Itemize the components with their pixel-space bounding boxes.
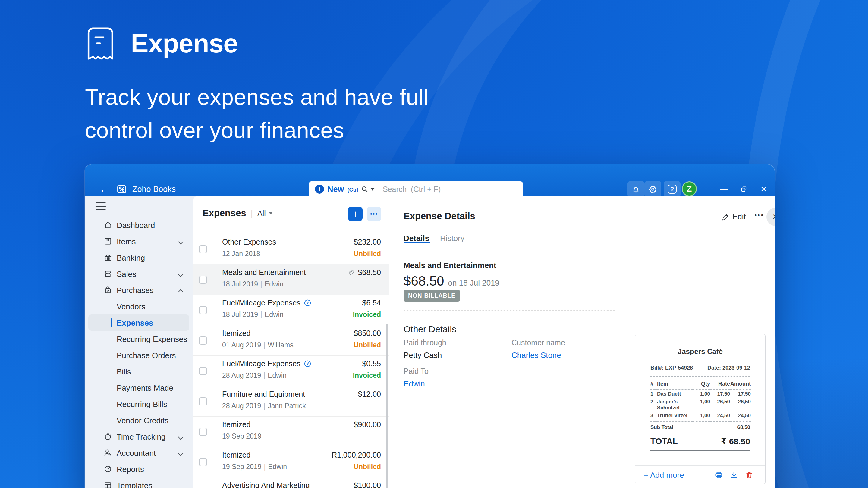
close-icon: ✕ — [772, 213, 775, 222]
sidebar-item-dashboard[interactable]: Dashboard — [85, 217, 193, 233]
field-paid-through: Paid throughPetty Cash — [404, 338, 446, 360]
sidebar-item-label: Banking — [117, 253, 145, 263]
receipt-col-qty: Qty — [692, 379, 710, 390]
expense-row[interactable]: Itemized19 Sep 2019|EdwinR1,000,200.00Un… — [193, 447, 389, 478]
tagline-line2: control over your finances — [85, 118, 344, 143]
field-label: Paid through — [404, 338, 446, 347]
print-button[interactable] — [714, 470, 723, 480]
sidebar-item-label: Expenses — [117, 318, 153, 328]
expense-amount: $850.00 — [354, 329, 381, 338]
expense-rows: Other Expenses12 Jan 2018$232.00Unbilled… — [193, 234, 389, 488]
help-button[interactable]: ? — [664, 181, 681, 198]
back-arrow-icon[interactable]: ← — [97, 182, 112, 196]
sidebar-item-templates[interactable]: Templates — [85, 477, 193, 488]
field-value[interactable]: Edwin — [404, 379, 429, 389]
close-icon: ✕ — [761, 185, 767, 194]
row-checkbox[interactable] — [199, 275, 207, 284]
restore-button[interactable] — [737, 183, 750, 196]
row-checkbox[interactable] — [199, 458, 207, 466]
expense-category: Meals and Entertainment — [404, 261, 496, 270]
sidebar-item-label: Items — [117, 237, 136, 247]
sidebar-item-label: Recurring Bills — [117, 400, 167, 409]
expense-amount: $900.00 — [354, 420, 381, 429]
chevron-down-icon — [178, 239, 183, 244]
sidebar-item-label: Accountant — [117, 449, 156, 458]
settings-button[interactable] — [644, 181, 661, 198]
field-value: Petty Cash — [404, 351, 446, 360]
sidebar-item-reports[interactable]: Reports — [85, 461, 193, 477]
sidebar-item-label: Bills — [117, 367, 131, 377]
hamburger-menu-icon[interactable] — [96, 202, 106, 210]
sidebar-item-purchases[interactable]: Purchases — [85, 282, 193, 298]
row-checkbox[interactable] — [199, 428, 207, 436]
list-more-button[interactable]: ••• — [367, 207, 381, 221]
row-checkbox[interactable] — [199, 245, 207, 253]
close-button[interactable]: ✕ — [757, 183, 770, 196]
subtotal-value: 68,50 — [737, 424, 750, 430]
expense-row[interactable]: Itemized19 Sep 2019$900.00 — [193, 417, 389, 447]
minimize-icon — [720, 189, 728, 190]
new-button-label: New — [327, 185, 344, 194]
list-scrollbar[interactable] — [386, 324, 388, 488]
search-scope-button[interactable] — [359, 181, 377, 197]
expense-name: Advertising And Marketing — [222, 481, 310, 488]
status-badge: Unbilled — [353, 341, 381, 349]
add-more-link[interactable]: + Add more — [644, 470, 684, 480]
expense-row[interactable]: Fuel/Mileage Expenses28 Aug 2019|Edwin$0… — [193, 356, 389, 386]
home-icon — [103, 221, 113, 230]
sidebar-item-items[interactable]: Items — [85, 233, 193, 250]
trash-icon — [745, 470, 754, 480]
status-badge: Unbilled — [353, 463, 381, 471]
download-button[interactable] — [730, 470, 738, 480]
sidebar-item-payments-made[interactable]: Payments Made — [85, 380, 193, 396]
expense-name: Fuel/Mileage Expenses — [222, 359, 312, 368]
details-close-button[interactable]: ✕ — [767, 208, 775, 226]
row-checkbox[interactable] — [199, 306, 207, 314]
sidebar-item-vendors[interactable]: Vendors — [85, 298, 193, 315]
delete-button[interactable] — [745, 470, 754, 480]
sidebar-item-sales[interactable]: Sales — [85, 266, 193, 282]
help-icon: ? — [668, 185, 677, 194]
sidebar-item-vendor-credits[interactable]: Vendor Credits — [85, 412, 193, 428]
user-avatar[interactable]: Z — [682, 181, 697, 196]
sidebar-item-accountant[interactable]: Accountant — [85, 445, 193, 461]
minimize-button[interactable] — [717, 183, 731, 196]
details-more-button[interactable]: ••• — [755, 212, 764, 219]
receipt-col-item: Item — [657, 379, 692, 390]
sidebar-item-expenses[interactable]: Expenses — [88, 315, 189, 331]
receipt-date: Date: 2023-09-12 — [707, 365, 750, 371]
receipt-table: # Item Qty Rate Amount 1Das Duett1,0017,… — [650, 379, 751, 422]
window-titlebar: ← Zoho Books + New (Ctrl + Q) — [85, 164, 775, 196]
sidebar-item-bills[interactable]: Bills — [85, 363, 193, 380]
expense-row[interactable]: Furniture and Equipment28 Aug 2019|Jann … — [193, 386, 389, 417]
plus-icon: + — [315, 185, 324, 194]
tab-history[interactable]: History — [440, 234, 464, 243]
sidebar-item-label: Purchase Orders — [117, 351, 176, 360]
field-value[interactable]: Charles Stone — [512, 351, 565, 360]
expense-row[interactable]: Itemized01 Aug 2019|Williams$850.00Unbil… — [193, 325, 389, 356]
sidebar-item-time-tracking[interactable]: Time Tracking — [85, 428, 193, 445]
sidebar-item-purchase-orders[interactable]: Purchase Orders — [85, 347, 193, 363]
expense-row[interactable]: Other Expenses12 Jan 2018$232.00Unbilled — [193, 234, 389, 264]
expense-amount: $0.55 — [362, 359, 381, 368]
filter-dropdown[interactable]: All — [257, 209, 273, 218]
notifications-button[interactable] — [627, 181, 644, 198]
sidebar-item-label: Templates — [117, 481, 153, 488]
sidebar-item-banking[interactable]: Banking — [85, 250, 193, 266]
row-checkbox[interactable] — [199, 397, 207, 405]
expense-name: Meals and Entertainment — [222, 268, 306, 277]
edit-button[interactable]: Edit — [721, 212, 746, 221]
expense-row[interactable]: Meals and Entertainment18 Jul 2019|Edwin… — [193, 264, 389, 295]
expense-date: on 18 Jul 2019 — [448, 278, 500, 288]
expense-row[interactable]: Advertising And Marketing$100.00 — [193, 478, 389, 488]
sidebar-item-recurring-bills[interactable]: Recurring Bills — [85, 396, 193, 412]
mileage-icon — [304, 299, 312, 307]
active-indicator — [111, 318, 112, 327]
sidebar-item-label: Reports — [117, 465, 144, 474]
search-input[interactable] — [377, 181, 523, 197]
sidebar-item-recurring-expenses[interactable]: Recurring Expenses — [85, 331, 193, 347]
expense-row[interactable]: Fuel/Mileage Expenses18 Jul 2019|Edwin$6… — [193, 295, 389, 325]
row-checkbox[interactable] — [199, 336, 207, 345]
row-checkbox[interactable] — [199, 367, 207, 375]
add-expense-button[interactable]: + — [348, 207, 363, 221]
